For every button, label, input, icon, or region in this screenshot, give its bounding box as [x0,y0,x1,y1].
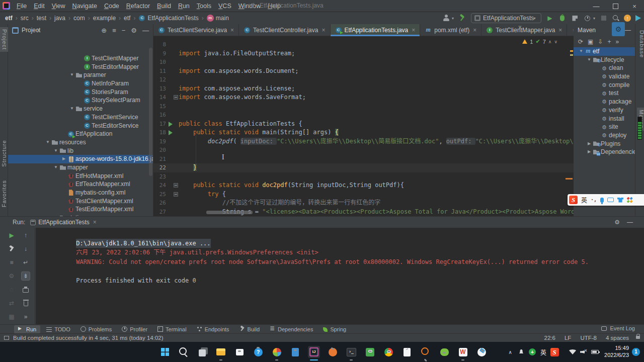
breadcrumb-item[interactable]: test [37,15,54,22]
toolbox-icon[interactable] [627,197,632,203]
sogou-tray-icon[interactable]: S [549,342,560,362]
console-output[interactable]: D:\Java\jdk1.8.0_161\bin\java.exe ... 六月… [36,228,644,325]
notification-bell-icon[interactable] [516,342,527,362]
tree-item[interactable]: EtfHotMapper.xml [8,172,153,180]
status-window-icon[interactable] [4,336,9,340]
more-icon[interactable]: » [615,39,619,45]
taskbar-app-task-view[interactable] [196,346,208,358]
toolwindow-button[interactable]: Problems [76,325,116,333]
breadcrumb-item[interactable]: java [54,15,73,22]
skin-icon[interactable] [617,198,623,203]
hidden-tabs-chevron-icon[interactable]: ∨ [514,24,526,30]
maven-tree-item[interactable]: install [574,115,635,123]
wifi-icon[interactable] [567,342,578,362]
fold-icon[interactable] [174,192,178,197]
tree-item[interactable]: resources [8,138,153,147]
tree-item[interactable]: aspose-words-15.8.0-jdk16.jar [8,155,153,163]
tree-chevron-icon[interactable] [52,147,59,155]
inspections-widget[interactable]: 1 ✔ 7 ∧ ∨ [522,38,557,45]
build-hammer-icon[interactable] [458,14,466,22]
menu-item[interactable]: Edit [30,1,48,11]
tree-item[interactable]: paramer [8,71,153,79]
toolwindow-button[interactable]: Spring [319,325,350,333]
tool-strip-project-tab[interactable]: Project [0,27,8,52]
collapse-all-icon[interactable]: − [122,27,126,34]
menu-item[interactable]: Navigate [69,1,101,11]
more-icon[interactable]: » [21,312,30,321]
tree-item[interactable]: StorySelectParam [8,96,153,105]
tree-chevron-icon[interactable] [68,71,75,79]
tree-chevron-icon[interactable] [578,47,585,56]
close-tab-icon[interactable]: × [321,27,325,34]
run-configuration-select[interactable]: EtfApplicationTests ▾ [471,13,541,23]
debug-button[interactable] [558,14,567,22]
clock[interactable]: 15:49 2022/6/23 [604,345,629,359]
taskbar-app-search[interactable] [178,346,190,358]
stripe-warning-mark[interactable] [570,50,573,52]
tree-item[interactable]: mybatis-config.xml [8,189,153,197]
chevron-down-icon[interactable]: ▾ [37,28,39,33]
taskbar-app-screen-tool[interactable] [364,346,376,358]
next-issue-icon[interactable]: ∨ [554,39,557,44]
breadcrumb-item[interactable]: main [207,15,229,22]
menu-item[interactable]: Run [175,1,193,11]
taskbar-app-terminal[interactable] [345,346,357,358]
fold-icon[interactable] [174,183,178,188]
search-everywhere-icon[interactable] [612,15,619,22]
layout-icon[interactable]: ▦ [7,312,16,321]
taskbar-app-navicat[interactable] [271,346,283,358]
ime-mode-label[interactable]: 英 [581,196,587,204]
tree-item[interactable]: TestClientMapper.xml [8,197,153,206]
print-icon[interactable] [21,285,30,294]
add-icon[interactable]: + [607,39,611,45]
expand-all-icon[interactable]: ≡ [112,27,116,34]
status-widget[interactable]: 4 spaces [606,335,629,341]
maven-tree-item[interactable]: etf [574,47,635,56]
close-tab-icon[interactable]: × [558,27,562,34]
tray-overflow-chevron-icon[interactable]: ∧ [505,342,516,362]
taskbar-app-search-tool[interactable] [420,346,432,358]
tree-item[interactable]: TestClientMapper [8,54,153,63]
tree-item[interactable]: EtfTeachMapper.xml [8,180,153,189]
breadcrumb-item[interactable]: src [21,15,37,22]
editor-tab[interactable]: TestClientController.java × [239,24,330,36]
chevron-down-icon[interactable]: ▾ [593,16,595,21]
status-widget[interactable]: UTF-8 [580,335,597,341]
update-available-icon[interactable]: ↑ [624,15,631,22]
coverage-button[interactable] [571,14,579,22]
event-log-button[interactable]: Event Log [601,325,635,331]
highlighted-tool-icon-overlay[interactable]: ⚙ [612,22,625,36]
project-scrollbar[interactable] [149,48,152,176]
close-tab-icon[interactable]: × [412,27,415,34]
maven-tree-item[interactable]: package [574,98,635,106]
tree-chevron-icon[interactable] [586,56,593,64]
rerun-button[interactable]: ▶ [7,231,16,240]
run-config-folder-icon[interactable]: ▣ [588,39,593,45]
hide-panel-icon[interactable]: — [627,219,633,225]
menu-item[interactable]: Tools [193,1,215,11]
notification-count-badge[interactable]: 1 [632,348,640,356]
tree-chevron-icon[interactable] [68,105,75,113]
tree-item[interactable]: TestEditorService [8,122,153,130]
horizontal-scrollbar[interactable] [206,211,253,214]
maven-tree-item[interactable]: deploy [574,131,635,140]
breadcrumb-item[interactable]: example [93,15,124,22]
microphone-icon[interactable] [600,198,604,203]
tree-item[interactable]: service [8,105,153,113]
taskbar-app-chrome[interactable] [382,346,394,358]
toolwindow-button[interactable]: Endpoints [193,325,233,333]
taskbar-app-doc-editor[interactable] [401,346,413,358]
clear-all-icon[interactable] [21,299,30,308]
status-widget[interactable]: LF [565,335,571,341]
close-icon[interactable]: × [625,0,644,12]
sogou-logo-icon[interactable]: S [569,196,578,204]
plugin-colorful-icon[interactable] [635,15,641,21]
antivirus-icon[interactable]: + [527,342,538,362]
tree-chevron-icon[interactable] [44,138,51,147]
tree-chevron-icon[interactable] [52,163,59,172]
prev-issue-icon[interactable]: ∧ [548,39,552,44]
breadcrumb-item[interactable]: etf [124,15,138,22]
toolwindow-button[interactable]: Run [14,325,40,333]
profiler-button[interactable] [584,14,592,22]
breadcrumb-item[interactable]: com [73,15,93,22]
